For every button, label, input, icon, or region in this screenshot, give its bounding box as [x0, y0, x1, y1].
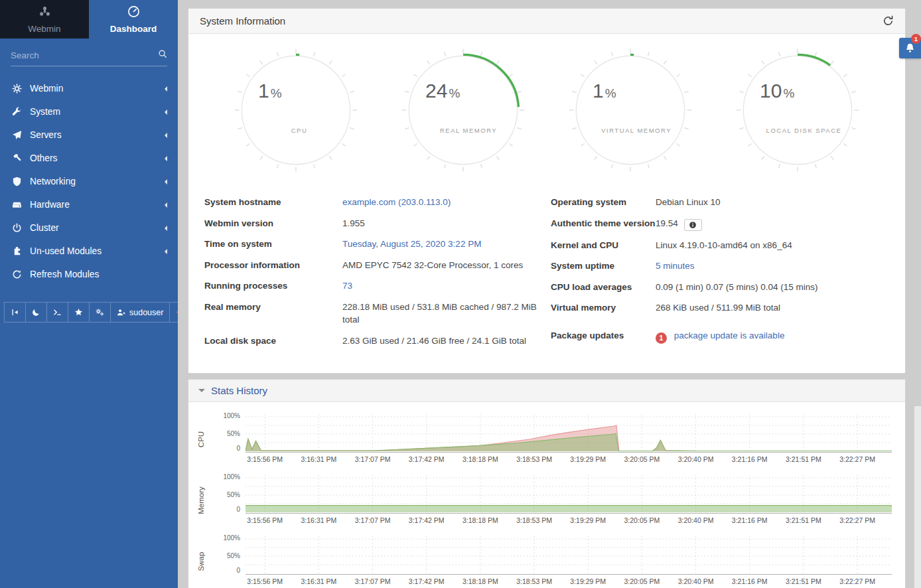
sidebar-tabs: Webmin Dashboard [0, 0, 178, 38]
user-icon [117, 308, 125, 317]
gauge-label: LOCAL DISK SPACE [766, 127, 842, 134]
x-axis-tick: 3:17:07 PM [355, 455, 391, 463]
x-axis-tick: 3:15:56 PM [247, 577, 283, 585]
hammer-icon [12, 153, 22, 163]
sidebar-item-label: Refresh Modules [30, 269, 166, 279]
collapse-sidebar-button[interactable] [4, 302, 26, 323]
chevron-left-icon [162, 110, 167, 115]
sidebar-toolbar: sudouser [4, 302, 174, 323]
sidebar-item-label: Networking [30, 177, 162, 186]
sidebar-item-label: Cluster [30, 223, 162, 233]
sidebar-item-label: Others [30, 153, 162, 163]
sidebar-item-system[interactable]: System [0, 100, 178, 123]
sidebar: Webmin Dashboard Webmin Sy [0, 0, 178, 588]
terminal-icon [53, 308, 62, 317]
tab-webmin[interactable]: Webmin [0, 0, 89, 38]
info-column-right: Operating system Debian Linux 10 Authent… [551, 196, 889, 356]
processes-link[interactable]: 73 [342, 281, 352, 291]
y-axis-tick: 100% [223, 473, 240, 480]
favorites-button[interactable] [68, 302, 90, 323]
uptime-link[interactable]: 5 minutes [656, 261, 695, 271]
shield-icon [12, 177, 22, 186]
y-axis-tick: 100% [223, 534, 240, 542]
theme-info-button[interactable] [684, 219, 702, 231]
stats-chart-cpu: CPU100%50%03:15:56 PM3:16:31 PM3:17:07 P… [192, 414, 892, 465]
package-updates-link[interactable]: package update is available [674, 331, 785, 340]
refresh-icon [12, 269, 22, 279]
tab-dashboard-label: Dashboard [110, 24, 157, 34]
info-row-hostname: System hostname example.com (203.0.113.0… [204, 196, 543, 209]
chevron-left-icon [162, 86, 167, 92]
x-axis-labels: 3:15:56 PM3:16:31 PM3:17:07 PM3:17:42 PM… [246, 455, 892, 465]
chevron-left-icon [162, 156, 167, 161]
y-axis-tick: 0 [236, 506, 240, 513]
night-mode-button[interactable] [26, 302, 47, 323]
info-row-kernel-cpu: Kernel and CPU Linux 4.19.0-10-amd64 on … [551, 239, 889, 252]
sidebar-item-hardware[interactable]: Hardware [0, 193, 178, 216]
chart-plot-area [246, 414, 892, 453]
hostname-link[interactable]: example.com (203.0.113.0) [342, 197, 451, 207]
sidebar-item-unused-modules[interactable]: Un-used Modules [0, 240, 178, 263]
x-axis-labels: 3:15:56 PM3:16:31 PM3:17:07 PM3:17:42 PM… [246, 577, 892, 587]
gauge-value: 1% [593, 80, 616, 102]
x-axis-tick: 3:21:51 PM [786, 455, 821, 463]
gauge-local-disk-space: 10% LOCAL DISK SPACE [735, 47, 861, 173]
gauge-real-memory: 24% REAL MEMORY [400, 47, 526, 173]
sidebar-item-cluster[interactable]: Cluster [0, 216, 178, 240]
sidebar-item-networking[interactable]: Networking [0, 170, 178, 193]
y-axis-tick: 0 [236, 567, 240, 574]
search-input[interactable] [11, 50, 158, 60]
refresh-icon[interactable] [883, 15, 894, 27]
chevron-left-icon [162, 202, 167, 208]
tab-webmin-label: Webmin [28, 24, 60, 34]
theme-settings-button[interactable] [90, 302, 111, 323]
username-label: sudouser [129, 308, 163, 317]
info-row-package-updates: Package updates 1 package update is avai… [551, 329, 889, 344]
x-axis-tick: 3:19:29 PM [570, 455, 606, 463]
stats-chart-swap: Swap100%50%03:15:56 PM3:16:31 PM3:17:07 … [192, 536, 892, 587]
paper-plane-icon [12, 130, 22, 140]
search-icon[interactable] [158, 49, 167, 61]
info-column-left: System hostname example.com (203.0.113.0… [204, 196, 543, 356]
sidebar-item-others[interactable]: Others [0, 147, 178, 170]
x-axis-tick: 3:20:40 PM [678, 577, 714, 585]
info-row-processor: Processor information AMD EPYC 7542 32-C… [204, 259, 543, 272]
star-icon [74, 308, 83, 317]
system-information-header: System Information [188, 9, 905, 34]
x-axis-tick: 3:17:42 PM [409, 577, 445, 585]
x-axis-tick: 3:17:07 PM [355, 577, 391, 585]
gauge-dial [400, 47, 526, 173]
gears-icon [96, 308, 104, 317]
terminal-button[interactable] [47, 302, 68, 323]
x-axis-tick: 3:20:05 PM [624, 577, 660, 585]
x-axis-tick: 3:18:53 PM [516, 577, 552, 585]
chevron-left-icon [162, 249, 167, 254]
notification-count-badge: 1 [911, 34, 921, 44]
info-row-uptime: System uptime 5 minutes [551, 259, 889, 273]
sidebar-item-label: System [30, 107, 162, 117]
x-axis-labels: 3:15:56 PM3:16:31 PM3:17:07 PM3:17:42 PM… [246, 516, 892, 526]
x-axis-tick: 3:15:56 PM [247, 516, 283, 524]
sidebar-item-servers[interactable]: Servers [0, 123, 178, 147]
y-axis-tick: 100% [223, 412, 240, 419]
time-link[interactable]: Tuesday, August 25, 2020 3:22 PM [342, 239, 481, 249]
x-axis-tick: 3:19:29 PM [570, 516, 606, 524]
tab-dashboard[interactable]: Dashboard [89, 0, 178, 38]
collapse-icon [11, 308, 19, 317]
stats-history-header[interactable]: Stats History [188, 380, 905, 402]
x-axis-tick: 3:16:31 PM [301, 455, 337, 463]
y-axis-labels: 100%50%0 [210, 536, 246, 575]
notifications-button[interactable]: 1 [899, 38, 921, 58]
user-button[interactable]: sudouser [111, 302, 170, 323]
x-axis-tick: 3:21:51 PM [786, 577, 821, 585]
x-axis-tick: 3:17:07 PM [355, 516, 391, 524]
collapse-caret-icon [198, 389, 205, 396]
sidebar-item-webmin[interactable]: Webmin [0, 77, 178, 100]
gauge-cpu: 1% CPU [233, 47, 359, 173]
scrollbar-thumb[interactable] [914, 406, 921, 588]
gauge-value: 10% [760, 80, 794, 102]
sidebar-item-refresh-modules[interactable]: Refresh Modules [0, 263, 178, 286]
sidebar-item-label: Webmin [30, 84, 162, 94]
sidebar-item-label: Hardware [30, 200, 162, 210]
sidebar-item-label: Servers [30, 130, 162, 140]
